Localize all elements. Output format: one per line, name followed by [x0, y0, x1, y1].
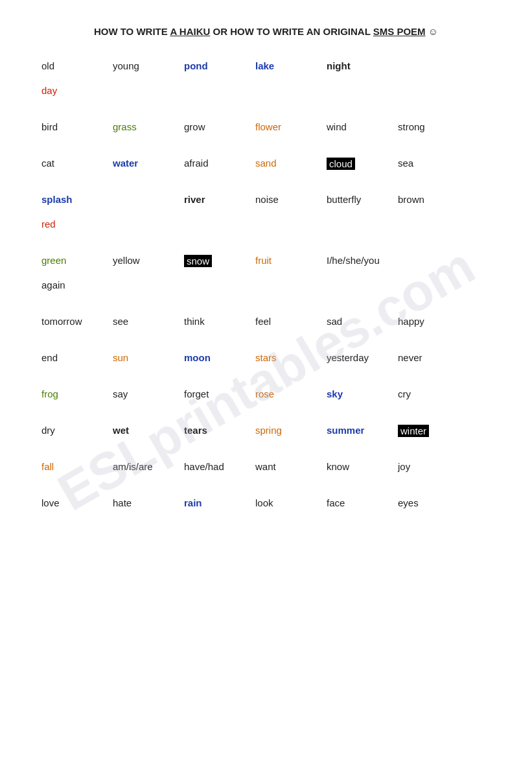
- word-again: again: [39, 278, 110, 292]
- word-afraid: afraid: [181, 156, 253, 170]
- word-fall: fall: [39, 460, 110, 473]
- vocab-grid: old young pond lake night day bird grass…: [39, 56, 493, 530]
- vocab-row-6: tomorrow see think feel sad happy: [39, 312, 493, 343]
- word-empty1: [395, 59, 467, 62]
- word-empty2: [110, 193, 181, 195]
- word-grow: grow: [181, 120, 253, 134]
- word-face: face: [324, 496, 395, 510]
- word-young: young: [110, 59, 181, 73]
- word-see: see: [110, 314, 181, 328]
- vocab-row-8: frog say forget rose sky cry: [39, 385, 493, 416]
- word-day: day: [39, 84, 110, 97]
- word-splash: splash: [39, 193, 110, 206]
- word-frog: frog: [39, 387, 110, 401]
- word-sea: sea: [395, 156, 467, 170]
- word-rose: rose: [253, 387, 324, 401]
- word-cloud: cloud: [324, 156, 395, 171]
- word-old: old: [39, 59, 110, 73]
- word-say: say: [110, 387, 181, 401]
- word-flower: flower: [253, 120, 324, 134]
- vocab-row-5b: again: [39, 276, 493, 307]
- vocab-row-10: fall am/is/are have/had want know joy: [39, 457, 493, 488]
- word-rain: rain: [181, 496, 253, 510]
- word-forget: forget: [181, 387, 253, 401]
- word-cry: cry: [395, 387, 467, 401]
- word-wind: wind: [324, 120, 395, 134]
- word-tomorrow: tomorrow: [39, 314, 110, 328]
- word-empty3: [415, 254, 486, 256]
- vocab-row-2: bird grass grow flower wind strong: [39, 117, 493, 148]
- word-tears: tears: [181, 423, 253, 437]
- word-haveHad: have/had: [181, 460, 253, 473]
- word-butterfly: butterfly: [324, 193, 395, 206]
- word-pond: pond: [181, 59, 253, 73]
- word-strong: strong: [395, 120, 467, 134]
- word-yesterday: yesterday: [324, 351, 395, 364]
- word-dry: dry: [39, 423, 110, 437]
- word-winter: winter: [395, 423, 467, 438]
- word-cat: cat: [39, 156, 110, 170]
- word-brown: brown: [395, 193, 467, 206]
- word-grass: grass: [110, 120, 181, 134]
- word-happy: happy: [395, 314, 467, 328]
- word-sand: sand: [253, 156, 324, 170]
- vocab-row-1b: day: [39, 81, 493, 112]
- word-hate: hate: [110, 496, 181, 510]
- word-know: know: [324, 460, 395, 473]
- subtitle: HOW TO WRITE A HAIKU OR HOW TO WRITE AN …: [39, 26, 493, 37]
- word-spring: spring: [253, 423, 324, 437]
- word-sad: sad: [324, 314, 395, 328]
- vocab-row-3: cat water afraid sand cloud sea: [39, 154, 493, 185]
- word-look: look: [253, 496, 324, 510]
- word-love: love: [39, 496, 110, 510]
- vocab-row-9: dry wet tears spring summer winter: [39, 421, 493, 452]
- word-think: think: [181, 314, 253, 328]
- word-night: night: [324, 59, 395, 73]
- word-iheSheyou: I/he/she/you: [324, 254, 415, 267]
- word-lake: lake: [253, 59, 324, 73]
- word-sky: sky: [324, 387, 395, 401]
- word-sun: sun: [110, 351, 181, 364]
- word-want: want: [253, 460, 324, 473]
- vocab-row-11: love hate rain look face eyes: [39, 493, 493, 525]
- word-amIsAre: am/is/are: [110, 460, 181, 473]
- word-river: river: [181, 193, 253, 206]
- vocab-row-7: end sun moon stars yesterday never: [39, 348, 493, 379]
- word-fruit: fruit: [253, 254, 324, 267]
- word-green: green: [39, 254, 110, 267]
- word-eyes: eyes: [395, 496, 467, 510]
- word-never: never: [395, 351, 467, 364]
- word-wet: wet: [110, 423, 181, 437]
- word-joy: joy: [395, 460, 467, 473]
- word-bird: bird: [39, 120, 110, 134]
- word-water: water: [110, 156, 181, 170]
- word-snow: snow: [181, 254, 253, 268]
- word-stars: stars: [253, 351, 324, 364]
- word-moon: moon: [181, 351, 253, 364]
- word-summer: summer: [324, 423, 395, 437]
- word-end: end: [39, 351, 110, 364]
- word-noise: noise: [253, 193, 324, 206]
- word-yellow: yellow: [110, 254, 181, 267]
- word-red: red: [39, 217, 110, 231]
- vocab-row-4b: red: [39, 215, 493, 246]
- word-feel: feel: [253, 314, 324, 328]
